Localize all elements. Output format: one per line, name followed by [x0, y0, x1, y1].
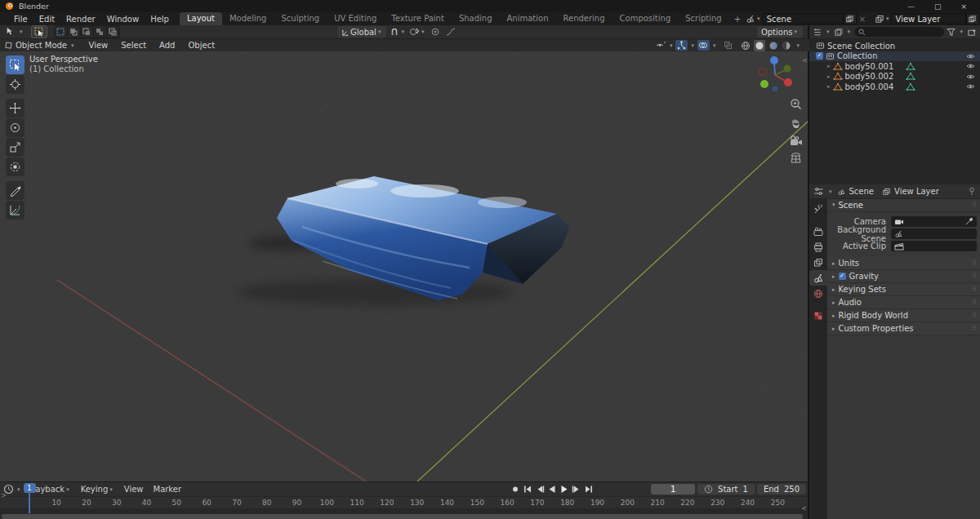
- viewport-menu-item[interactable]: Select: [114, 41, 153, 50]
- options-dropdown[interactable]: Options▾: [757, 26, 803, 38]
- tab-view-layer[interactable]: [809, 255, 827, 270]
- jump-to-end-button[interactable]: [584, 485, 594, 494]
- new-scene-button[interactable]: [844, 13, 857, 24]
- select-mode-invert-button[interactable]: [94, 26, 107, 38]
- background-scene-field[interactable]: [891, 228, 977, 239]
- drag-handle-icon[interactable]: ⠿: [972, 286, 977, 293]
- drag-handle-icon[interactable]: ⠿: [972, 312, 977, 319]
- chevron-down-icon[interactable]: ▾: [691, 42, 694, 49]
- play-button[interactable]: [559, 485, 569, 494]
- pin-icon[interactable]: [968, 187, 976, 196]
- chevron-down-icon[interactable]: ▾: [713, 42, 716, 49]
- properties-panel-header[interactable]: ▸ Custom Properties ⠿: [827, 322, 980, 335]
- chevron-down-icon[interactable]: ▾: [960, 29, 963, 35]
- menu-item[interactable]: Edit: [33, 15, 60, 24]
- menu-item[interactable]: File: [8, 15, 33, 24]
- workspace-tab[interactable]: Layout: [180, 12, 222, 25]
- gizmo-z-axis[interactable]: [770, 56, 778, 64]
- drag-handle-icon[interactable]: ⠿: [972, 325, 977, 332]
- filter-funnel-icon[interactable]: [947, 28, 956, 37]
- timeline-scrollbar[interactable]: [0, 513, 809, 519]
- outliner-row[interactable]: ▸ Scene Collection: [809, 41, 980, 51]
- select-mode-subtract-button[interactable]: [81, 26, 94, 38]
- viewport-menu-item[interactable]: Add: [153, 41, 181, 50]
- select-mode-extend-button[interactable]: [68, 26, 81, 38]
- orthographic-toggle-icon[interactable]: [790, 153, 802, 163]
- editor-divider[interactable]: [808, 25, 809, 519]
- select-mode-new-button[interactable]: [55, 26, 68, 38]
- properties-panel-header[interactable]: ▸ Keying Sets ⠿: [827, 283, 980, 296]
- gizmo-z-neg-axis[interactable]: [773, 86, 778, 92]
- disclosure-icon[interactable]: ▸: [827, 63, 831, 69]
- workspace-tab[interactable]: Modeling: [222, 12, 274, 25]
- new-collection-icon[interactable]: [967, 28, 977, 37]
- start-frame-field[interactable]: Start 1: [697, 484, 755, 495]
- chevron-down-icon[interactable]: ▾: [20, 29, 23, 35]
- properties-panel-header[interactable]: ▸ Audio ⠿: [827, 296, 980, 309]
- frame-ruler[interactable]: 1020304050607080901001101201301401501601…: [0, 496, 809, 509]
- playhead-marker[interactable]: 1: [24, 483, 36, 493]
- properties-panel-header[interactable]: ▸ Rigid Body World ⠿: [827, 309, 980, 322]
- shading-material-icon[interactable]: [768, 41, 778, 51]
- minimize-button[interactable]: —: [907, 2, 915, 11]
- active-tool-icon[interactable]: [5, 27, 16, 37]
- timeline-menu-item[interactable]: View: [119, 485, 149, 494]
- properties-panel-header[interactable]: ▸ ✓ Gravity ⠿: [827, 270, 980, 283]
- workspace-tab[interactable]: Scripting: [678, 12, 728, 25]
- workspace-tab[interactable]: Compositing: [612, 12, 679, 25]
- active-clip-field[interactable]: [891, 241, 977, 251]
- chevron-down-icon[interactable]: ▾: [401, 29, 404, 35]
- drag-handle-icon[interactable]: ⠿: [972, 299, 977, 306]
- eyedropper-icon[interactable]: [964, 217, 973, 226]
- select-mode-intersect-button[interactable]: [107, 26, 119, 38]
- sidebar-toggle-arrow[interactable]: <: [802, 57, 808, 64]
- shading-solid-icon[interactable]: [754, 40, 765, 51]
- timeline-scrollbar-thumb[interactable]: [2, 514, 803, 519]
- tool-select-box[interactable]: [6, 55, 24, 74]
- maximize-button[interactable]: □: [934, 2, 942, 11]
- close-button[interactable]: ×: [960, 2, 967, 11]
- camera-field[interactable]: [891, 216, 977, 227]
- shading-wireframe-icon[interactable]: [741, 41, 751, 51]
- menu-item[interactable]: Render: [60, 15, 101, 24]
- gizmo-x-neg-axis[interactable]: [760, 69, 767, 76]
- play-reverse-button[interactable]: [547, 485, 557, 494]
- hide-in-viewport-eye-icon[interactable]: [966, 52, 975, 60]
- viewport-menu-item[interactable]: Object: [181, 41, 221, 50]
- hide-in-viewport-eye-icon[interactable]: [966, 62, 975, 70]
- chevron-down-icon[interactable]: ▾: [17, 486, 20, 493]
- gizmo-y-neg-axis[interactable]: [784, 65, 791, 73]
- chevron-down-icon[interactable]: ▾: [796, 42, 800, 49]
- menu-item[interactable]: Window: [101, 15, 145, 24]
- scene-panel-header[interactable]: ▾ Scene ⠿: [827, 198, 980, 212]
- tool-cursor[interactable]: [6, 75, 24, 94]
- jump-to-next-keyframe-button[interactable]: [572, 485, 581, 494]
- chevron-down-icon[interactable]: ▾: [848, 29, 851, 35]
- proportional-falloff-icon[interactable]: [444, 27, 457, 38]
- tab-output[interactable]: [809, 239, 827, 255]
- chevron-down-icon[interactable]: ▾: [670, 42, 673, 49]
- show-overlays-toggle[interactable]: [697, 40, 710, 51]
- viewport-3d[interactable]: Object Mode ▾ ViewSelectAddObject ▾ ▾ ▾ …: [0, 39, 809, 481]
- tool-move[interactable]: [6, 99, 24, 118]
- tool-scale[interactable]: [6, 138, 24, 157]
- panel-toggle-arrow[interactable]: <: [801, 505, 807, 512]
- workspace-tab[interactable]: Shading: [452, 12, 500, 25]
- tool-select-box-button[interactable]: [31, 25, 47, 38]
- jump-to-prev-keyframe-button[interactable]: [535, 485, 545, 494]
- new-view-layer-button[interactable]: [966, 13, 979, 24]
- camera-view-icon[interactable]: [790, 135, 803, 146]
- mode-dropdown[interactable]: Object Mode ▾: [0, 41, 76, 50]
- chevron-down-icon[interactable]: ▾: [757, 16, 760, 22]
- outliner-filter-object-icon[interactable]: [834, 28, 844, 37]
- view-layer-icon[interactable]: [875, 15, 884, 24]
- outliner-row[interactable]: ▸ body50.002: [809, 72, 980, 82]
- hide-in-viewport-eye-icon[interactable]: [966, 73, 975, 81]
- drag-handle-icon[interactable]: ⠿: [972, 260, 977, 267]
- properties-panel-header[interactable]: ▸ Units ⠿: [827, 257, 980, 270]
- properties-editor-type-icon[interactable]: [813, 187, 824, 196]
- drag-handle-icon[interactable]: ⠿: [972, 202, 977, 209]
- zoom-icon[interactable]: [790, 98, 802, 110]
- pan-hand-icon[interactable]: [790, 117, 802, 129]
- chevron-down-icon[interactable]: ▾: [886, 16, 889, 22]
